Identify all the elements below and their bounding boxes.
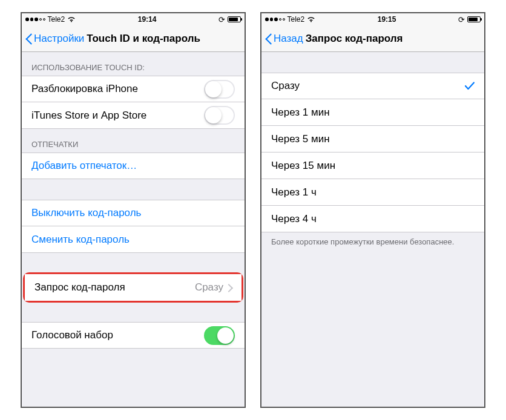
row-itunes-appstore[interactable]: iTunes Store и App Store xyxy=(22,102,245,129)
status-right: ⟳ xyxy=(458,15,481,24)
row-add-fingerprint[interactable]: Добавить отпечаток… xyxy=(22,153,245,179)
row-change-passcode[interactable]: Сменить код-пароль xyxy=(22,226,245,253)
status-left: Tele2 xyxy=(265,15,315,24)
chevron-left-icon xyxy=(25,33,33,45)
row-voice-dial[interactable]: Голосовой набор xyxy=(22,322,245,349)
option-label: Через 5 мин xyxy=(271,133,475,145)
options-list: СразуЧерез 1 минЧерез 5 минЧерез 15 минЧ… xyxy=(261,73,484,232)
wifi-icon xyxy=(307,16,315,22)
row-label: Запрос код-пароля xyxy=(34,281,195,294)
switch-unlock-iphone[interactable] xyxy=(204,80,235,99)
row-label: Голосовой набор xyxy=(31,329,204,341)
nav-bar: Назад Запрос код-пароля xyxy=(261,25,484,52)
checkmark-icon xyxy=(465,82,475,90)
option-row[interactable]: Через 5 мин xyxy=(261,126,484,153)
section-footer: Более короткие промежутки времени безопа… xyxy=(261,232,484,251)
back-label: Настройки xyxy=(34,33,84,45)
clock-label: 19:14 xyxy=(138,15,157,24)
status-right: ⟳ xyxy=(218,15,241,24)
phone-left: Tele2 19:14 ⟳ Настройки Touch ID и код-п… xyxy=(21,12,246,408)
status-left: Tele2 xyxy=(25,15,76,24)
battery-icon xyxy=(228,16,241,22)
chevron-left-icon xyxy=(265,33,272,45)
nav-title: Запрос код-пароля xyxy=(306,33,403,45)
signal-dots-icon xyxy=(265,18,285,21)
status-bar: Tele2 19:15 ⟳ xyxy=(261,13,484,25)
row-turn-off-passcode[interactable]: Выключить код-пароль xyxy=(22,200,245,226)
row-label: Выключить код-пароль xyxy=(31,207,235,219)
row-label: Сменить код-пароль xyxy=(31,234,235,246)
spacer xyxy=(261,52,484,73)
option-row[interactable]: Через 15 мин xyxy=(261,153,484,179)
orientation-lock-icon: ⟳ xyxy=(458,15,465,24)
spacer xyxy=(22,179,245,200)
option-label: Через 1 ч xyxy=(271,186,475,199)
carrier-label: Tele2 xyxy=(48,15,65,24)
row-unlock-iphone[interactable]: Разблокировка iPhone xyxy=(22,76,245,102)
section-header-fingerprints: ОТПЕЧАТКИ xyxy=(22,129,245,153)
nav-title: Touch ID и код-пароль xyxy=(87,33,200,45)
carrier-label: Tele2 xyxy=(288,15,305,24)
nav-bar: Настройки Touch ID и код-пароль xyxy=(22,25,245,52)
status-bar: Tele2 19:14 ⟳ xyxy=(22,13,245,25)
option-row[interactable]: Через 4 ч xyxy=(261,206,484,232)
section-header-touchid: ИСПОЛЬЗОВАНИЕ TOUCH ID: xyxy=(22,52,245,76)
option-row[interactable]: Сразу xyxy=(261,73,484,99)
row-label: Разблокировка iPhone xyxy=(31,83,204,95)
signal-dots-icon xyxy=(25,18,45,21)
option-row[interactable]: Через 1 ч xyxy=(261,179,484,206)
row-label: iTunes Store и App Store xyxy=(31,110,204,122)
battery-icon xyxy=(467,16,481,22)
spacer xyxy=(22,301,245,322)
spacer xyxy=(22,253,245,274)
option-label: Через 1 мин xyxy=(271,107,475,119)
clock-label: 19:15 xyxy=(378,15,396,24)
switch-voice-dial[interactable] xyxy=(204,326,235,345)
chevron-right-icon xyxy=(227,284,232,292)
option-label: Сразу xyxy=(271,80,465,92)
option-label: Через 15 мин xyxy=(271,160,475,172)
wifi-icon xyxy=(67,16,76,22)
content-area: ИСПОЛЬЗОВАНИЕ TOUCH ID: Разблокировка iP… xyxy=(22,52,245,407)
option-row[interactable]: Через 1 мин xyxy=(261,99,484,126)
content-area: СразуЧерез 1 минЧерез 5 минЧерез 15 минЧ… xyxy=(261,52,484,407)
row-require-passcode[interactable]: Запрос код-пароля Сразу xyxy=(25,274,242,301)
back-button[interactable]: Настройки xyxy=(25,33,84,45)
row-label: Добавить отпечаток… xyxy=(31,160,235,172)
option-label: Через 4 ч xyxy=(271,213,475,225)
phone-right: Tele2 19:15 ⟳ Назад Запрос код-пароля Ср… xyxy=(260,12,485,408)
back-label: Назад xyxy=(274,33,303,45)
highlight-require-passcode: Запрос код-пароля Сразу xyxy=(23,272,243,303)
switch-itunes-appstore[interactable] xyxy=(204,106,235,125)
orientation-lock-icon: ⟳ xyxy=(218,15,225,24)
row-detail: Сразу xyxy=(195,281,223,294)
back-button[interactable]: Назад xyxy=(265,33,303,45)
